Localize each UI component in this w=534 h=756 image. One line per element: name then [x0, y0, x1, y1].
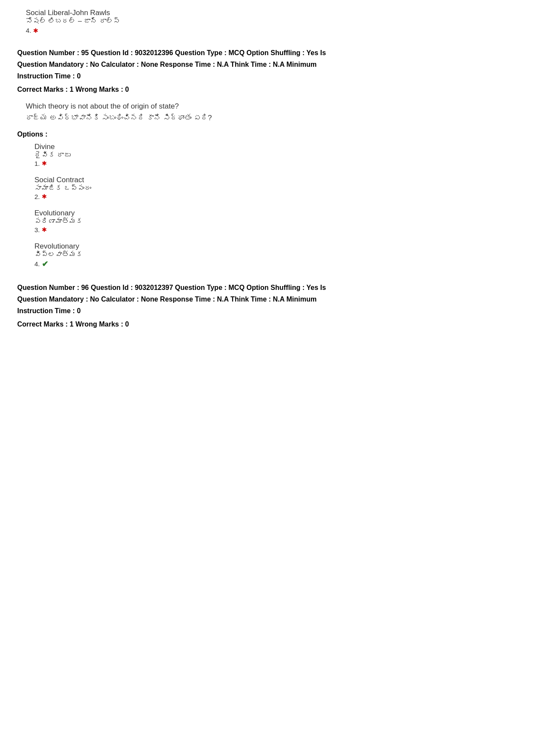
option-2: Social Contract సామాజిక ఒప్పందం 2. ✱	[34, 176, 517, 200]
option-1-english: Divine	[34, 143, 517, 151]
question-96-block: Question Number : 96 Question Id : 90320…	[17, 282, 517, 328]
question-95-marks: Correct Marks : 1 Wrong Marks : 0	[17, 86, 517, 93]
question-96-meta-line1: Question Number : 96 Question Id : 90320…	[17, 282, 517, 293]
option-2-telugu: సామాజిక ఒప్పందం	[34, 184, 517, 192]
option-3: Evolutionary పరిణామాత్మక 3. ✱	[34, 209, 517, 233]
prev-answer-english: Social Liberal-John Rawls	[26, 9, 517, 17]
option-4-telugu: విప్లవాత్మక	[34, 251, 517, 258]
prev-answer-block: Social Liberal-John Rawls సోషల్ లిబరల్ –…	[17, 9, 517, 34]
prev-answer-num: 4.	[26, 27, 31, 34]
option-1-marker: 1. ✱	[34, 160, 517, 167]
option-4-english: Revolutionary	[34, 242, 517, 251]
option-3-english: Evolutionary	[34, 209, 517, 218]
question-95-meta: Question Number : 95 Question Id : 90320…	[17, 47, 517, 82]
question-95-telugu: రాజ్య అవిర్భావానికి సంబంధించినది కాని సి…	[26, 112, 517, 124]
option-1-telugu: దైవిక రాజు	[34, 151, 517, 159]
prev-answer-star: ✱	[33, 27, 38, 34]
option-4-check: ✔	[42, 259, 48, 269]
option-1-num: 1.	[34, 160, 40, 167]
option-1-symbol: ✱	[42, 160, 47, 167]
option-1: Divine దైవిక రాజు 1. ✱	[34, 143, 517, 167]
option-2-marker: 2. ✱	[34, 193, 517, 200]
question-96-meta-line2: Question Mandatory : No Calculator : Non…	[17, 293, 517, 305]
option-2-num: 2.	[34, 193, 40, 200]
option-2-symbol: ✱	[42, 193, 47, 200]
question-95-meta-line1: Question Number : 95 Question Id : 90320…	[17, 47, 517, 59]
option-2-english: Social Contract	[34, 176, 517, 184]
question-95-english: Which theory is not about the of origin …	[26, 100, 517, 112]
question-96-marks: Correct Marks : 1 Wrong Marks : 0	[17, 320, 517, 328]
option-3-num: 3.	[34, 226, 40, 233]
option-3-telugu: పరిణామాత్మక	[34, 218, 517, 225]
question-95-meta-line3: Instruction Time : 0	[17, 70, 517, 82]
question-95-meta-line2: Question Mandatory : No Calculator : Non…	[17, 59, 517, 70]
prev-answer-telugu: సోషల్ లిబరల్ – జాన్ రాల్స్	[26, 17, 517, 25]
question-96-meta: Question Number : 96 Question Id : 90320…	[17, 282, 517, 317]
option-4: Revolutionary విప్లవాత్మక 4. ✔	[34, 242, 517, 269]
question-95-block: Question Number : 95 Question Id : 90320…	[17, 47, 517, 269]
option-3-marker: 3. ✱	[34, 226, 517, 233]
question-96-meta-line3: Instruction Time : 0	[17, 305, 517, 317]
options-label: Options :	[17, 131, 517, 138]
option-4-marker: 4. ✔	[34, 259, 517, 269]
question-95-text: Which theory is not about the of origin …	[26, 100, 517, 124]
option-4-num: 4.	[34, 260, 40, 268]
option-3-symbol: ✱	[42, 226, 47, 233]
prev-answer-marker: 4. ✱	[26, 27, 517, 34]
